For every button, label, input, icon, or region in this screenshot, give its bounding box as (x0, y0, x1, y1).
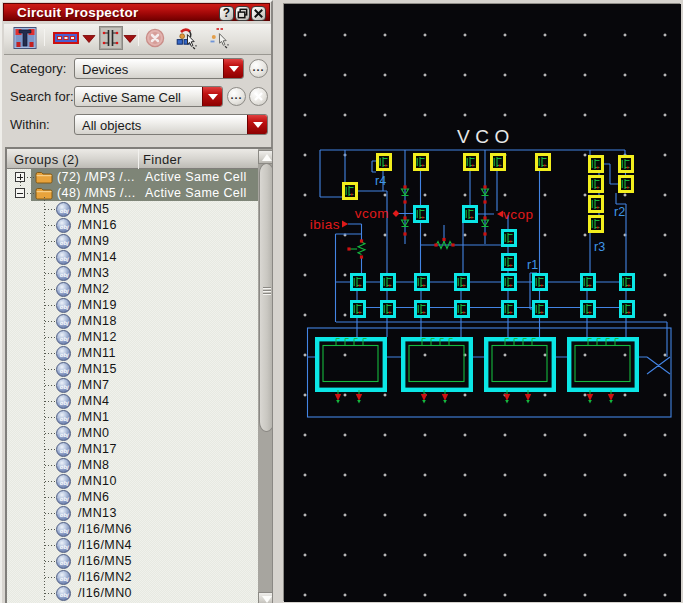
device-box (503, 302, 516, 317)
category-dropdown-icon[interactable] (223, 59, 243, 78)
collapse-toggle-icon[interactable] (15, 188, 25, 198)
object-icon: obj (56, 538, 71, 553)
device-label[interactable]: /MN17 (78, 442, 117, 456)
group-label[interactable]: (48) /MN5 /... (57, 186, 136, 200)
column-divider[interactable] (138, 149, 139, 169)
group-finder: Active Same Cell (145, 186, 247, 200)
object-icon: obj (56, 410, 71, 425)
mos-bulk-dot (472, 165, 474, 167)
device-label[interactable]: /MN4 (78, 394, 109, 408)
selected-device-box (620, 177, 633, 192)
toolbar (4, 24, 271, 55)
device-label[interactable]: /MN0 (78, 426, 109, 440)
device-chain-icon[interactable] (53, 31, 79, 45)
chain-dropdown-icon[interactable] (82, 34, 96, 44)
device-label[interactable]: /MN11 (78, 346, 116, 360)
scrollbar-thumb[interactable] (259, 163, 273, 432)
device-box (503, 231, 516, 246)
category-combo[interactable]: Devices (74, 58, 244, 79)
search-more-button[interactable]: ... (227, 87, 246, 106)
search-dropdown-icon[interactable] (202, 87, 222, 106)
device-label[interactable]: /MN13 (78, 506, 117, 520)
help-button[interactable]: ? (219, 6, 234, 21)
within-combo[interactable]: All objects (74, 114, 268, 135)
probe-cursor-icon[interactable] (207, 26, 231, 50)
mos-bulk-dot (541, 285, 543, 287)
object-icon: obj (56, 458, 71, 473)
search-combo[interactable]: Active Same Cell (74, 86, 223, 107)
mos-bulk-dot (359, 312, 361, 314)
schematic-canvas[interactable]: ibiasvcomvcopr4r1r2r3VCO (283, 3, 680, 601)
close-button[interactable] (251, 6, 266, 21)
device-label[interactable]: /I16/MN6 (78, 522, 132, 536)
device-label[interactable]: /MN18 (78, 314, 117, 328)
tree-branch-line (45, 385, 56, 386)
device-label[interactable]: /MN5 (78, 202, 109, 216)
mos-bulk-dot (422, 165, 424, 167)
device-box (416, 275, 429, 290)
device-label[interactable]: /MN10 (78, 474, 117, 488)
object-icon: obj (56, 474, 71, 489)
tree-branch-line (45, 369, 56, 370)
device-label[interactable]: /MN8 (78, 458, 109, 472)
device-label[interactable]: /MN19 (78, 298, 117, 312)
group-row[interactable]: (72) /MP3 /...Active Same Cell (7, 169, 258, 185)
mos-bulk-dot (597, 207, 599, 209)
device-label[interactable]: /MN16 (78, 218, 117, 232)
tree-branch-line (45, 257, 56, 258)
pair-dropdown-icon[interactable] (123, 34, 137, 44)
down-arrow-icon (262, 596, 272, 603)
mos-bulk-dot (627, 187, 629, 189)
stop-icon[interactable] (145, 28, 165, 48)
tree-branch-line (45, 529, 56, 530)
finder-column-header[interactable]: Finder (143, 152, 182, 167)
scroll-down-button[interactable] (258, 592, 272, 603)
within-dropdown-icon[interactable] (247, 115, 267, 134)
device-label[interactable]: /MN14 (78, 250, 117, 264)
window-titlebar[interactable]: Circuit Prospector ? (3, 3, 270, 21)
device-box (382, 302, 395, 317)
search-clear-button[interactable] (249, 87, 268, 106)
up-arrow-icon (262, 154, 272, 161)
pin-dot (403, 216, 406, 219)
category-more-button[interactable]: ... (249, 59, 268, 78)
pin-dot (483, 216, 486, 219)
object-icon: obj (56, 330, 71, 345)
device-label[interactable]: /MN6 (78, 490, 109, 504)
device-label[interactable]: /MN15 (78, 362, 117, 376)
mos-bulk-dot (597, 167, 599, 169)
tree-branch-line (45, 401, 56, 402)
group-label[interactable]: (72) /MP3 /... (57, 170, 135, 184)
schematic-title: VCO (457, 126, 515, 147)
device-label[interactable]: /MN3 (78, 266, 109, 280)
device-label[interactable]: /MN9 (78, 234, 109, 248)
device-label[interactable]: /MN2 (78, 282, 109, 296)
clear-x-icon (253, 91, 264, 102)
pin-dot (483, 232, 486, 235)
probe-add-icon[interactable] (174, 26, 198, 50)
transistor-pair-icon[interactable] (99, 26, 123, 50)
prospector-logo-icon[interactable] (13, 26, 37, 50)
device-label[interactable]: /I16/MN0 (78, 586, 132, 600)
device-label[interactable]: /MN12 (78, 330, 117, 344)
device-label[interactable]: /I16/MN5 (78, 554, 132, 568)
restore-button[interactable] (235, 6, 250, 21)
groups-column-header[interactable]: Groups (2) (14, 152, 79, 167)
scroll-up-button[interactable] (258, 150, 272, 164)
device-label[interactable]: /MN7 (78, 378, 109, 392)
circuit-prospector-window: Circuit Prospector ? (0, 0, 273, 603)
selected-device-box (378, 155, 391, 170)
category-label: Category: (10, 61, 66, 76)
device-box (382, 275, 395, 290)
expand-toggle-icon[interactable] (15, 172, 25, 182)
tree-header[interactable]: Groups (2) Finder (7, 149, 258, 169)
tree-branch-line (45, 433, 56, 434)
window-title: Circuit Prospector (17, 5, 138, 20)
device-label[interactable]: /MN1 (78, 410, 109, 424)
schematic-drawing: ibiasvcomvcopr4r1r2r3VCO (284, 4, 681, 602)
instance-label: r1 (527, 258, 538, 272)
device-label[interactable]: /I16/MN2 (78, 570, 132, 584)
device-label[interactable]: /I16/MN4 (78, 538, 132, 552)
vertical-scrollbar[interactable] (258, 149, 272, 603)
instance-label: r4 (375, 174, 386, 188)
